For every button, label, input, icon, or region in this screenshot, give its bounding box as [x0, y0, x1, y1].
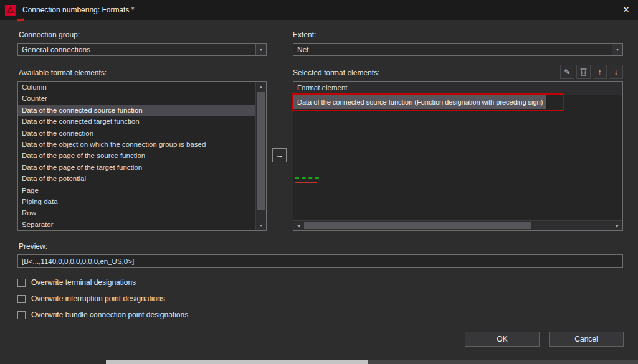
option-row: Overwrite terminal designations — [17, 278, 136, 287]
trash-icon — [580, 68, 587, 76]
option-row: Overwrite interruption point designation… — [17, 294, 165, 303]
list-item[interactable]: Piping data — [18, 196, 255, 207]
list-item[interactable]: Data of the object on which the connecti… — [18, 139, 255, 150]
checkbox[interactable] — [17, 279, 26, 287]
chevron-down-icon[interactable]: ▼ — [255, 44, 266, 55]
checkbox-label: Overwrite interruption point designation… — [31, 294, 165, 303]
list-item[interactable]: Data of the connected source function — [18, 105, 255, 116]
connection-group-value: General connections — [18, 45, 255, 54]
connection-group-dropdown[interactable]: General connections ▼ — [17, 43, 267, 56]
list-item[interactable]: Row — [18, 207, 255, 218]
selected-elements-label: Selected format elements: — [293, 68, 379, 77]
move-down-button[interactable]: ↓ — [609, 65, 623, 79]
list-item[interactable]: Counter — [18, 93, 255, 104]
list-item[interactable]: Page — [18, 185, 255, 196]
edit-button[interactable]: ✎ — [560, 65, 574, 79]
table-rows: Data of the connected source function (F… — [293, 95, 622, 220]
preview-label: Preview: — [19, 242, 47, 251]
list-item[interactable]: Data of the connected target function — [18, 116, 255, 127]
vertical-scrollbar[interactable]: ▲ ▼ — [255, 82, 266, 230]
extent-dropdown[interactable]: Net ▼ — [293, 43, 623, 56]
scroll-down-icon[interactable]: ▼ — [256, 220, 266, 230]
available-elements-items: Column Counter Data of the connected sou… — [18, 82, 255, 230]
list-item[interactable]: Data of the page of the target function — [18, 162, 255, 173]
scroll-right-icon[interactable]: ▶ — [612, 221, 622, 230]
arrow-down-icon: ↓ — [614, 68, 618, 77]
background-window-edge-light — [106, 360, 368, 364]
horizontal-scrollbar[interactable]: ◀ ▶ — [293, 220, 622, 230]
window-title: Connection numbering: Formats * — [22, 6, 134, 14]
checkbox[interactable] — [17, 295, 26, 303]
available-elements-label: Available format elements: — [19, 68, 107, 77]
extent-label: Extent: — [293, 30, 316, 39]
close-button[interactable]: ✕ — [621, 4, 632, 16]
list-item[interactable]: Separator — [18, 219, 255, 230]
chevron-down-icon[interactable]: ▼ — [612, 44, 622, 55]
pencil-icon: ✎ — [564, 68, 570, 77]
list-item[interactable]: Data of the connection — [18, 128, 255, 139]
preview-field[interactable]: [B<...,1140,0,0,0,0,0,0,0,en_US,0>] — [17, 254, 623, 268]
connection-group-label: Connection group: — [19, 30, 80, 39]
scrollbar-thumb[interactable] — [257, 92, 265, 210]
list-item[interactable]: Column — [18, 82, 255, 93]
move-up-button[interactable]: ↑ — [593, 65, 607, 79]
selected-elements-table: Format element Data of the connected sou… — [293, 81, 623, 231]
option-row: Overwrite bundle connection point design… — [17, 310, 188, 319]
table-row[interactable]: Data of the connected source function (F… — [293, 95, 546, 109]
background-window-edge-dark — [368, 360, 638, 364]
scrollbar-thumb[interactable] — [304, 222, 531, 229]
add-element-button[interactable]: → — [272, 148, 287, 162]
eplan-logo-icon — [5, 5, 16, 16]
checkbox-label: Overwrite bundle connection point design… — [31, 310, 188, 319]
scroll-up-icon[interactable]: ▲ — [256, 82, 266, 91]
title-bar: Connection numbering: Formats * ✕ — [0, 0, 638, 20]
ok-button[interactable]: OK — [465, 332, 540, 347]
list-item[interactable]: Data of the page of the source function — [18, 150, 255, 161]
delete-button[interactable] — [576, 65, 591, 79]
scroll-left-icon[interactable]: ◀ — [293, 221, 303, 230]
list-item[interactable]: Data of the potential — [18, 173, 255, 184]
annotation-red-mark — [17, 19, 24, 22]
annotation-red-dash — [295, 182, 317, 183]
extent-value: Net — [293, 45, 612, 54]
table-header-format-element: Format element — [293, 82, 622, 95]
cancel-button[interactable]: Cancel — [549, 332, 624, 347]
checkbox[interactable] — [17, 311, 26, 319]
arrow-right-icon: → — [275, 151, 283, 160]
checkbox-label: Overwrite terminal designations — [31, 278, 136, 287]
arrow-up-icon: ↑ — [598, 68, 602, 77]
annotation-green-dash — [295, 177, 319, 179]
available-elements-list: Column Counter Data of the connected sou… — [17, 81, 267, 231]
